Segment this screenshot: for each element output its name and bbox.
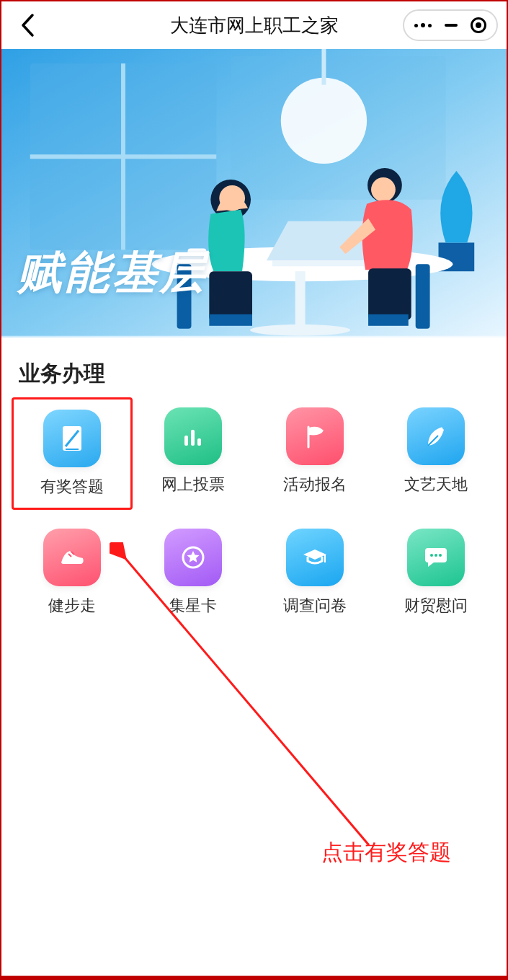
- service-label: 调查问卷: [283, 595, 347, 617]
- svg-point-18: [371, 177, 396, 202]
- svg-rect-9: [295, 271, 306, 329]
- service-label: 集星卡: [169, 595, 217, 617]
- star-badge-icon: [164, 529, 222, 586]
- minimize-button[interactable]: [445, 24, 458, 27]
- header-bar: 大连市网上职工之家: [1, 1, 507, 49]
- service-label: 健步走: [48, 595, 96, 617]
- menu-button[interactable]: [414, 23, 432, 27]
- chevron-left-icon: [19, 13, 35, 37]
- svg-rect-19: [368, 268, 411, 320]
- service-label: 活动报名: [283, 474, 347, 495]
- close-button[interactable]: [471, 17, 486, 33]
- svg-rect-15: [209, 271, 252, 322]
- svg-point-34: [430, 554, 433, 557]
- svg-rect-16: [209, 314, 252, 326]
- graduation-cap-icon: [286, 529, 344, 586]
- page-title: 大连市网上职工之家: [170, 13, 339, 38]
- section-title: 业务办理: [19, 359, 489, 389]
- service-tile-walk[interactable]: 健步走: [19, 529, 125, 617]
- svg-point-14: [219, 185, 245, 211]
- service-label: 网上投票: [161, 474, 225, 495]
- service-tile-stars[interactable]: 集星卡: [140, 529, 246, 617]
- service-tile-welfare[interactable]: 财贸慰问: [383, 529, 489, 617]
- svg-rect-26: [184, 436, 188, 446]
- annotation-text: 点击有奖答题: [321, 838, 451, 868]
- feather-icon: [407, 407, 465, 465]
- shoe-icon: [43, 529, 101, 586]
- service-tile-survey[interactable]: 调查问卷: [262, 529, 368, 617]
- back-button[interactable]: [13, 11, 42, 40]
- svg-point-5: [281, 78, 367, 164]
- service-label: 文艺天地: [404, 474, 468, 495]
- quiz-icon: [43, 410, 101, 467]
- chat-icon: [407, 529, 465, 586]
- app-frame: 大连市网上职工之家: [0, 0, 508, 980]
- service-label: 有奖答题: [40, 476, 104, 498]
- services-section: 业务办理 有奖答题 网上投票 活动报名: [1, 337, 507, 617]
- svg-point-10: [250, 325, 350, 336]
- svg-point-35: [435, 554, 437, 557]
- svg-rect-20: [368, 314, 409, 326]
- services-grid: 有奖答题 网上投票 活动报名 文艺天地: [19, 407, 489, 617]
- service-tile-signup[interactable]: 活动报名: [262, 407, 368, 500]
- svg-rect-28: [197, 438, 201, 446]
- mini-program-capsule: [403, 9, 498, 41]
- hero-banner[interactable]: 赋能基层: [1, 49, 507, 337]
- flag-icon: [286, 407, 344, 465]
- svg-rect-27: [191, 430, 195, 446]
- service-tile-arts[interactable]: 文艺天地: [383, 407, 489, 500]
- service-tile-vote[interactable]: 网上投票: [140, 407, 246, 500]
- service-tile-quiz[interactable]: 有奖答题: [12, 397, 133, 510]
- service-label: 财贸慰问: [404, 595, 468, 617]
- bar-chart-icon: [164, 407, 222, 465]
- banner-headline: 赋能基层: [17, 242, 208, 303]
- svg-rect-22: [416, 264, 430, 328]
- svg-point-36: [439, 554, 442, 557]
- bottom-border: [1, 976, 507, 979]
